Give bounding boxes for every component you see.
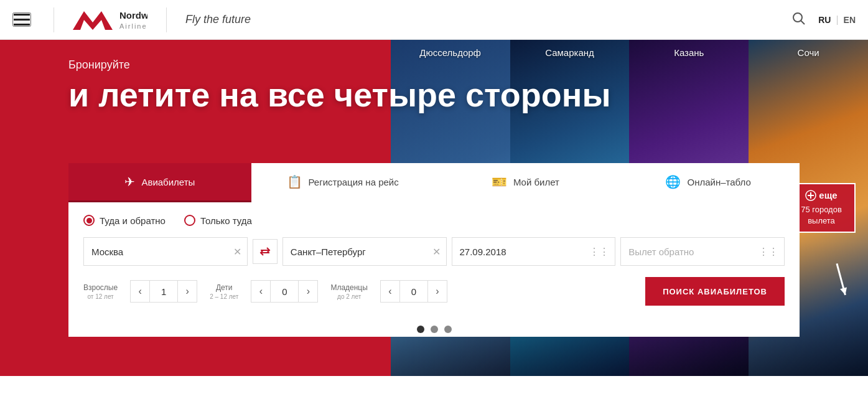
adults-group: Взрослые от 12 лет xyxy=(83,283,118,300)
tab-myticket[interactable]: 🎫 Мой билет xyxy=(434,163,617,202)
trip-oneway-radio[interactable] xyxy=(184,215,195,226)
booking-section: ✈ Авиабилеты 📋 Регистрация на рейс 🎫 Мой… xyxy=(68,163,800,337)
hero-title: и летите на все четыре стороны xyxy=(68,77,628,113)
children-counter: ‹ 0 › xyxy=(251,280,318,303)
infants-increment[interactable]: › xyxy=(427,280,447,303)
svg-line-4 xyxy=(801,21,805,24)
tab-checkin-label: Регистрация на рейс xyxy=(309,177,399,187)
myticket-tab-icon: 🎫 xyxy=(492,174,507,189)
infants-group: Младенцы до 2 лет xyxy=(330,283,367,300)
tab-checkin[interactable]: 📋 Регистрация на рейс xyxy=(251,163,434,202)
destination-clear-icon[interactable]: ✕ xyxy=(432,246,441,258)
checkin-tab-icon: 📋 xyxy=(287,174,302,189)
lang-en[interactable]: EN xyxy=(844,15,856,25)
tab-flights[interactable]: ✈ Авиабилеты xyxy=(68,163,251,202)
tab-departures-label: Онлайн–табло xyxy=(687,177,750,187)
header-divider-2 xyxy=(166,7,167,32)
svg-point-3 xyxy=(793,13,802,22)
children-decrement[interactable]: ‹ xyxy=(251,280,271,303)
trip-type-row: Туда и обратно Только туда xyxy=(83,215,785,226)
depart-calendar-icon[interactable]: ⋮⋮ xyxy=(589,246,609,258)
logo-icon: Nordwind Airlines xyxy=(67,6,147,34)
adults-decrement[interactable]: ‹ xyxy=(130,280,150,303)
children-value: 0 xyxy=(271,280,298,303)
carousel-dot-3[interactable] xyxy=(444,326,452,333)
carousel-dot-1[interactable] xyxy=(417,326,424,333)
tab-myticket-label: Мой билет xyxy=(513,177,559,187)
passengers-row: Взрослые от 12 лет ‹ 1 › Дети 2 – 12 лет… xyxy=(83,277,785,306)
flights-tab-icon: ✈ xyxy=(124,174,135,189)
children-sublabel: 2 – 12 лет xyxy=(210,293,238,300)
plus-icon xyxy=(805,190,816,201)
carousel-dots xyxy=(68,318,800,337)
header-right: RU | EN xyxy=(792,12,856,28)
tab-departures[interactable]: 🌐 Онлайн–табло xyxy=(617,163,800,202)
booking-form: Туда и обратно Только туда ✕ xyxy=(68,202,800,318)
origin-clear-icon[interactable]: ✕ xyxy=(233,246,241,258)
menu-button[interactable] xyxy=(12,12,31,27)
svg-text:Nordwind: Nordwind xyxy=(119,10,147,21)
booking-tabs: ✈ Авиабилеты 📋 Регистрация на рейс 🎫 Мой… xyxy=(68,163,800,202)
infants-counter: ‹ 0 › xyxy=(380,280,447,303)
lang-switcher: RU | EN xyxy=(818,14,856,26)
return-date-field: ⋮⋮ xyxy=(620,237,785,266)
trip-roundtrip-label[interactable]: Туда и обратно xyxy=(83,215,166,226)
departures-tab-icon: 🌐 xyxy=(665,174,681,189)
return-calendar-icon[interactable]: ⋮⋮ xyxy=(758,246,778,258)
adults-value: 1 xyxy=(150,280,177,303)
destination-input[interactable] xyxy=(282,237,447,266)
tab-flights-label: Авиабилеты xyxy=(141,177,195,187)
search-icon xyxy=(792,12,806,26)
adults-increment[interactable]: › xyxy=(177,280,197,303)
swap-button[interactable] xyxy=(253,239,278,264)
adults-label: Взрослые xyxy=(83,283,118,292)
children-increment[interactable]: › xyxy=(298,280,318,303)
adults-counter: ‹ 1 › xyxy=(130,280,197,303)
origin-field: ✕ xyxy=(83,237,248,266)
header: Nordwind Airlines Fly the future RU | EN xyxy=(0,0,868,40)
lang-ru[interactable]: RU xyxy=(818,15,831,25)
hero-section: Дюссельдорф Самарканд Казань Сочи Бронир… xyxy=(0,40,868,376)
header-divider-1 xyxy=(54,7,54,32)
svg-text:Airlines: Airlines xyxy=(119,22,147,30)
children-group: Дети 2 – 12 лет xyxy=(210,283,238,300)
infants-decrement[interactable]: ‹ xyxy=(380,280,400,303)
origin-input[interactable] xyxy=(83,237,248,266)
adults-sublabel: от 12 лет xyxy=(87,293,113,300)
hero-subtitle: Бронируйте xyxy=(68,59,868,72)
infants-value: 0 xyxy=(400,280,427,303)
trip-roundtrip-radio[interactable] xyxy=(83,215,95,226)
infants-label: Младенцы xyxy=(330,283,367,292)
search-fields-row: ✕ ✕ ⋮⋮ ⋮⋮ xyxy=(83,237,785,266)
hero-content: Бронируйте и летите на все четыре сторон… xyxy=(0,40,868,113)
trip-oneway-text: Только туда xyxy=(200,215,252,226)
logo-area: Nordwind Airlines xyxy=(67,6,147,34)
children-label: Дети xyxy=(216,283,233,292)
more-cities-text: 75 городоввылета xyxy=(801,204,842,227)
more-cities-plus: еще xyxy=(805,189,837,202)
trip-roundtrip-text: Туда и обратно xyxy=(100,215,166,226)
svg-marker-0 xyxy=(73,11,113,30)
infants-sublabel: до 2 лет xyxy=(337,293,361,300)
trip-oneway-label[interactable]: Только туда xyxy=(184,215,252,226)
depart-date-field: ⋮⋮ xyxy=(452,237,616,266)
tagline: Fly the future xyxy=(185,13,251,26)
search-flights-button[interactable]: ПОИСК АВИАБИЛЕТОВ xyxy=(645,277,785,306)
search-button[interactable] xyxy=(792,12,806,28)
swap-icon xyxy=(259,245,271,258)
carousel-dot-2[interactable] xyxy=(431,326,438,333)
destination-field: ✕ xyxy=(282,237,447,266)
